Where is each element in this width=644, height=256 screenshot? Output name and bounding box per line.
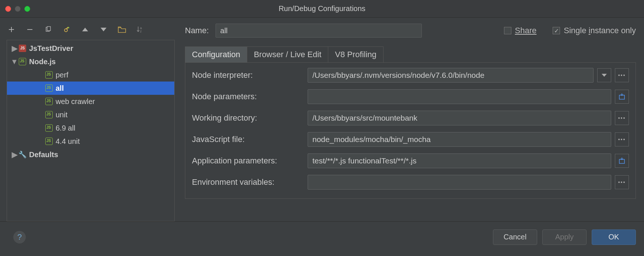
add-config-button[interactable] bbox=[7, 25, 16, 34]
dialog-footer: ? Cancel Apply OK bbox=[0, 221, 644, 252]
tree-item-all[interactable]: all bbox=[7, 82, 174, 95]
javascript-file-cell: ••• bbox=[308, 132, 629, 147]
wrench-icon: 🔧 bbox=[18, 151, 27, 159]
svg-point-2 bbox=[64, 29, 67, 32]
share-label: Share bbox=[515, 26, 537, 35]
remove-config-button[interactable] bbox=[25, 25, 35, 34]
template-settings-button[interactable] bbox=[62, 25, 71, 34]
env-vars-cell: ••• bbox=[308, 175, 629, 190]
tree-item-label: perf bbox=[56, 71, 68, 79]
tree-item-label: all bbox=[56, 84, 64, 93]
nodejs-icon bbox=[45, 138, 53, 145]
titlebar: Run/Debug Configurations bbox=[0, 0, 644, 18]
tree-item-label: Defaults bbox=[29, 151, 58, 159]
node-interpreter-label: Node interpreter: bbox=[192, 70, 302, 80]
tree-item-unit[interactable]: unit bbox=[7, 108, 174, 121]
javascript-file-input[interactable] bbox=[308, 132, 611, 147]
app-parameters-input[interactable] bbox=[308, 153, 611, 168]
working-directory-input[interactable] bbox=[308, 111, 611, 125]
app-parameters-cell bbox=[308, 153, 629, 168]
env-vars-ellipsis-button[interactable]: ••• bbox=[615, 175, 629, 189]
node-interpreter-input[interactable] bbox=[308, 68, 594, 83]
tree-item-label: web crawler bbox=[56, 97, 95, 106]
node-interpreter-dropdown-button[interactable] bbox=[597, 68, 611, 82]
node-interpreter-cell: ••• bbox=[308, 68, 629, 83]
working-directory-ellipsis-button[interactable]: ••• bbox=[615, 111, 629, 125]
single-instance-checkbox[interactable]: Single instance only bbox=[553, 26, 636, 35]
env-vars-label: Environment variables: bbox=[192, 177, 302, 187]
nodejs-icon bbox=[45, 124, 53, 132]
tree-twisty-icon[interactable]: ▼ bbox=[11, 58, 18, 66]
tree-item-perf[interactable]: perf bbox=[7, 68, 174, 82]
node-interpreter-ellipsis-button[interactable]: ••• bbox=[615, 68, 629, 82]
tree-item-4-4-unit[interactable]: 4.4 unit bbox=[7, 135, 174, 148]
nodejs-icon bbox=[45, 111, 53, 118]
move-down-button[interactable] bbox=[99, 25, 108, 34]
svg-point-4 bbox=[68, 27, 69, 28]
configuration-form: Node interpreter:•••Node parameters:Work… bbox=[185, 62, 636, 199]
node-parameters-expand-button[interactable] bbox=[615, 90, 629, 104]
jstestdriver-icon: JS bbox=[18, 45, 27, 52]
configurations-panel: az ▶JSJsTestDriver▼Node.jsperfallweb cra… bbox=[0, 18, 181, 221]
tree-item-label: JsTestDriver bbox=[29, 44, 73, 53]
tree-item-6-9-all[interactable]: 6.9 all bbox=[7, 121, 174, 135]
tree-item-defaults[interactable]: ▶🔧Defaults bbox=[7, 148, 174, 161]
config-toolbar: az bbox=[7, 21, 175, 38]
move-up-button[interactable] bbox=[80, 25, 90, 34]
env-vars-input[interactable] bbox=[308, 175, 611, 190]
tree-item-jstestdriver[interactable]: ▶JSJsTestDriver bbox=[7, 42, 174, 55]
tree-item-label: unit bbox=[56, 111, 67, 119]
javascript-file-ellipsis-button[interactable]: ••• bbox=[615, 132, 629, 146]
tree-item-web-crawler[interactable]: web crawler bbox=[7, 95, 174, 108]
tab-configuration[interactable]: Configuration bbox=[185, 47, 247, 62]
svg-text:z: z bbox=[140, 30, 142, 33]
name-label: Name: bbox=[185, 26, 209, 35]
nodejs-icon bbox=[45, 98, 53, 105]
tree-twisty-icon[interactable]: ▶ bbox=[11, 44, 18, 53]
working-directory-label: Working directory: bbox=[192, 113, 302, 123]
name-input[interactable] bbox=[216, 24, 422, 38]
config-tabs: ConfigurationBrowser / Live EditV8 Profi… bbox=[185, 46, 384, 62]
share-checkbox[interactable]: Share bbox=[504, 26, 537, 35]
nodejs-icon bbox=[45, 71, 53, 79]
tab-browser-live-edit[interactable]: Browser / Live Edit bbox=[247, 47, 328, 62]
copy-config-button[interactable] bbox=[43, 25, 53, 34]
node-parameters-label: Node parameters: bbox=[192, 92, 302, 101]
single-instance-label: Single instance only bbox=[564, 26, 636, 35]
tab-v8-profiling[interactable]: V8 Profiling bbox=[328, 47, 383, 62]
tree-item-label: 6.9 all bbox=[56, 124, 75, 132]
checkbox-icon bbox=[504, 27, 511, 34]
node-parameters-input[interactable] bbox=[308, 89, 611, 104]
svg-rect-1 bbox=[47, 27, 50, 31]
ok-button[interactable]: OK bbox=[592, 229, 636, 245]
javascript-file-label: JavaScript file: bbox=[192, 135, 302, 144]
app-parameters-expand-button[interactable] bbox=[615, 154, 629, 168]
nodejs-icon bbox=[18, 58, 27, 65]
tree-item-label: 4.4 unit bbox=[56, 137, 80, 146]
cancel-button[interactable]: Cancel bbox=[493, 229, 537, 245]
tree-item-label: Node.js bbox=[29, 58, 56, 66]
window-title: Run/Debug Configurations bbox=[0, 4, 644, 13]
config-editor-panel: Name: Share Single instance only Configu… bbox=[181, 18, 644, 221]
tree-twisty-icon[interactable]: ▶ bbox=[11, 150, 18, 159]
folder-button[interactable] bbox=[117, 25, 127, 34]
help-button[interactable]: ? bbox=[13, 231, 26, 243]
sort-alpha-button[interactable]: az bbox=[136, 25, 145, 34]
node-parameters-cell bbox=[308, 89, 629, 104]
apply-button[interactable]: Apply bbox=[542, 229, 587, 245]
tree-item-node-js[interactable]: ▼Node.js bbox=[7, 55, 174, 68]
config-tree[interactable]: ▶JSJsTestDriver▼Node.jsperfallweb crawle… bbox=[7, 40, 175, 221]
app-parameters-label: Application parameters: bbox=[192, 156, 302, 166]
nodejs-icon bbox=[45, 84, 53, 92]
working-directory-cell: ••• bbox=[308, 111, 629, 125]
checkbox-icon bbox=[553, 27, 560, 34]
